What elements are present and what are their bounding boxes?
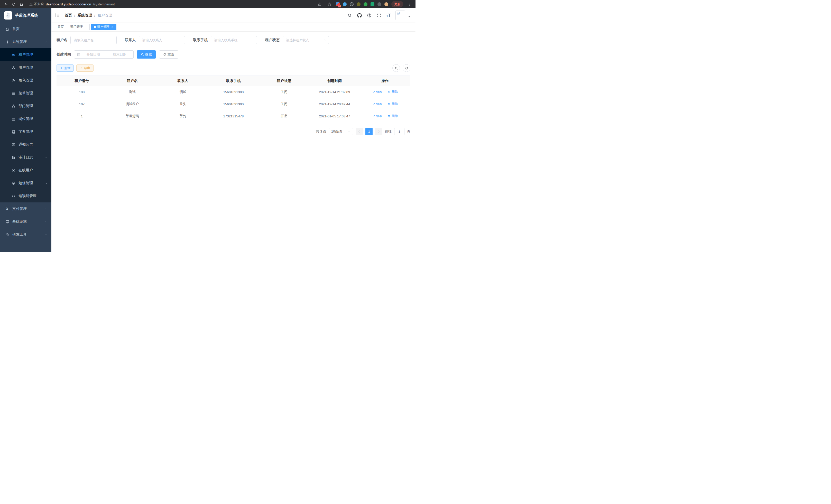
tab-dept[interactable]: 部门管理 [68,24,90,30]
breadcrumb-home[interactable]: 首页 [65,13,72,18]
logo-avatar [4,11,12,20]
sidebar-item-pay[interactable]: ¥ 支付管理 [0,202,51,215]
extension-icon-5[interactable] [364,2,368,6]
caret-down-icon[interactable] [408,16,411,18]
page-content: 租户名 联系人 联系手机 租户状态 [51,31,416,252]
profile-avatar-icon[interactable] [384,2,388,6]
delete-button[interactable]: 删除 [388,114,398,118]
extension-icon-2[interactable] [343,2,347,6]
extension-icon-4[interactable] [357,2,361,6]
help-icon[interactable] [367,13,372,18]
edit-button[interactable]: 修改 [372,102,382,106]
font-size-icon[interactable]: TT [386,13,391,18]
tab-tenant[interactable]: 租户管理 [91,24,116,30]
status-select[interactable] [283,36,329,44]
browser-update-button[interactable]: 更新 [391,1,403,7]
tab-home[interactable]: 首页 [55,24,66,30]
org-tree-icon [11,104,16,108]
plus-icon [60,66,63,69]
fullscreen-icon[interactable] [376,13,381,18]
search-button[interactable]: 搜索 [137,50,156,59]
top-header: 首页 / 系统管理 / 租户管理 TT [51,8,416,23]
sidebar-item-menu[interactable]: 菜单管理 [0,87,51,100]
breadcrumb-system[interactable]: 系统管理 [78,13,92,18]
refresh-icon [163,53,166,56]
breadcrumb-separator: / [74,13,75,18]
signal-icon [11,168,16,172]
goto-page-input[interactable] [394,128,404,135]
sidebar-item-role[interactable]: 角色管理 [0,74,51,87]
close-icon[interactable] [111,25,114,29]
security-warning[interactable]: 不安全 [29,2,44,6]
sidebar-item-post[interactable]: 岗位管理 [0,113,51,125]
sidebar-item-infra[interactable]: 基础设施 [0,215,51,228]
url-bar[interactable]: 不安全 dashboard.yudao.iocoder.cn/system/te… [29,2,315,6]
sidebar-item-devtools[interactable]: 研发工具 [0,228,51,241]
date-end-placeholder: 结束日期 [109,52,131,57]
back-icon[interactable] [3,1,9,7]
sidebar-item-notice[interactable]: 通知公告 [0,138,51,151]
delete-button[interactable]: 删除 [388,102,398,106]
app-logo[interactable]: 芋道管理系统 [0,8,51,23]
chevron-down-icon [45,208,48,210]
col-phone: 联系手机 [208,76,259,86]
sidebar-item-system[interactable]: 系统管理 [0,35,51,48]
reset-button[interactable]: 重置 [159,50,178,59]
page-size-select[interactable]: 10条/页 [329,128,353,135]
search-icon [141,53,144,56]
close-icon[interactable] [84,25,87,29]
share-icon[interactable] [316,1,323,7]
edit-button[interactable]: 修改 [372,114,382,118]
reload-icon[interactable] [10,1,17,7]
page-1-button[interactable]: 1 [365,128,373,135]
goto-label: 前往 [385,129,392,134]
sidebar-item-errorcode[interactable]: 错误码管理 [0,189,51,202]
bookmark-star-icon[interactable] [326,1,333,7]
sidebar-item-dept[interactable]: 部门管理 [0,100,51,113]
tenant-users-icon [11,53,16,57]
extension-icon-1[interactable]: 10 [336,2,340,6]
sidebar-item-online[interactable]: 在线用户 [0,164,51,177]
sidebar-item-tenant[interactable]: 租户管理 [0,48,51,61]
chevron-left-icon [358,130,361,133]
contact-label: 联系人 [125,38,136,42]
extension-icon-7[interactable] [377,2,381,6]
sidebar-item-user[interactable]: 用户管理 [0,61,51,74]
home-browser-icon[interactable] [18,1,25,7]
next-page-button[interactable] [375,128,382,135]
tenant-table: 租户编号 租户名 联系人 联系手机 租户状态 创建时间 操作 108 测试 [57,76,410,122]
extension-icon-6[interactable] [371,2,374,6]
prev-page-button[interactable] [355,128,363,135]
sidebar-item-audit[interactable]: 审计日志 [0,151,51,164]
edit-button[interactable]: 修改 [372,90,382,94]
refresh-table-button[interactable] [403,64,410,72]
delete-button[interactable]: 删除 [388,90,398,94]
sidebar-item-home[interactable]: 首页 [0,23,51,35]
sidebar-fold-icon[interactable] [55,12,61,18]
sidebar-item-sms[interactable]: 短信管理 [0,177,51,189]
date-range-picker[interactable]: 开始日期 - 结束日期 [74,50,134,59]
audit-doc-icon [11,155,16,159]
refresh-icon [405,66,408,70]
col-actions: 操作 [360,76,410,86]
kebab-menu-icon[interactable] [406,1,413,7]
search-icon[interactable] [347,13,352,18]
sidebar-item-dict[interactable]: 字典管理 [0,125,51,138]
trash-icon [388,90,391,93]
breadcrumb-current: 租户管理 [98,13,112,18]
table-row: 107 测试租户 秃头 15601691300 关闭 2021-12-14 20… [57,98,410,110]
edit-pencil-icon [372,102,375,106]
add-button[interactable]: 新增 [57,64,74,72]
export-button[interactable]: 导出 [76,64,93,72]
extension-badge: 10 [338,5,341,7]
url-host: dashboard.yudao.iocoder.cn [46,2,91,6]
toggle-search-button[interactable] [392,64,400,72]
filter-row-1: 租户名 联系人 联系手机 租户状态 [57,36,410,44]
contact-input[interactable] [139,36,185,44]
extension-icon-3[interactable] [350,2,353,6]
user-avatar[interactable] [396,10,405,20]
github-icon[interactable] [357,13,362,18]
tenant-name-input[interactable] [70,36,117,44]
phone-input[interactable] [211,36,257,44]
tenant-name-label: 租户名 [57,38,67,42]
